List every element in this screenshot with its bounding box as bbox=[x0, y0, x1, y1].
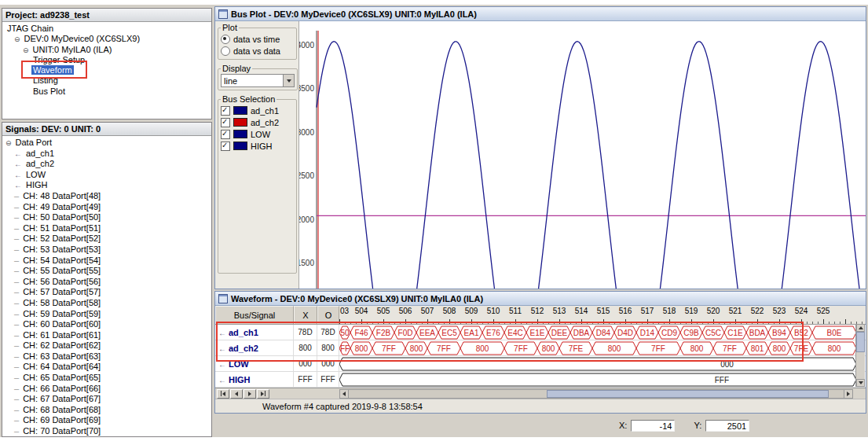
signal-row-low[interactable]: LOW000000000 bbox=[215, 356, 866, 372]
y-tick-label: 3000 bbox=[299, 128, 314, 137]
signal-name-label: ad_ch1 bbox=[229, 328, 258, 337]
bus-select-ad-ch2[interactable]: ad_ch2 bbox=[221, 116, 294, 128]
signal-item-ch-49-dataport-49[interactable]: CH: 49 DataPort[49] bbox=[2, 202, 211, 213]
channel-icon bbox=[14, 298, 21, 307]
signal-item-ch-63-dataport-63[interactable]: CH: 63 DataPort[63] bbox=[2, 351, 211, 362]
ruler-label: 507 bbox=[416, 307, 438, 315]
signal-item-high[interactable]: HIGH bbox=[2, 180, 211, 191]
tree-expand-icon[interactable] bbox=[23, 45, 31, 54]
scroll-down-button[interactable] bbox=[856, 379, 865, 387]
bus-values-canvas: 50F46F2BF0DEEAEC5EA1E76E4CE1EDEEDBAD84D4… bbox=[339, 325, 856, 340]
signal-item-ch-64-dataport-64[interactable]: CH: 64 DataPort[64] bbox=[2, 362, 211, 373]
waveform-title-bar[interactable]: Waveform - DEV:0 MyDevice0 (XC6SLX9) UNI… bbox=[215, 292, 866, 306]
checkbox-icon[interactable] bbox=[221, 106, 230, 116]
signal-name[interactable]: HIGH bbox=[215, 372, 294, 387]
signal-item-ch-70-dataport-70[interactable]: CH: 70 DataPort[70] bbox=[2, 426, 211, 437]
signal-item-ad-ch2[interactable]: ad_ch2 bbox=[2, 159, 211, 170]
checkbox-icon[interactable] bbox=[221, 118, 230, 127]
signal-item-ch-48-dataport-48[interactable]: CH: 48 DataPort[48] bbox=[2, 191, 211, 202]
scroll-left-button[interactable] bbox=[339, 389, 349, 399]
chipscope-analyzer-app: Project: ad9238_test JTAG ChainDEV:0 MyD… bbox=[0, 0, 868, 445]
signal-item-ch-58-dataport-58[interactable]: CH: 58 DataPort[58] bbox=[2, 298, 211, 309]
signal-item-low[interactable]: LOW bbox=[2, 170, 211, 181]
port-icon bbox=[14, 170, 24, 179]
time-ruler[interactable]: 0350450550650750850951051151251351451551… bbox=[339, 306, 866, 324]
bus-value-text: EA1 bbox=[464, 329, 479, 337]
signal-item-ch-60-dataport-60[interactable]: CH: 60 DataPort[60] bbox=[2, 319, 211, 330]
ruler-major-ticks bbox=[339, 319, 866, 324]
bus-plot-title-bar[interactable]: Bus Plot - DEV:0 MyDevice0 (XC6SLX9) UNI… bbox=[215, 7, 866, 21]
arrow-right-icon bbox=[261, 392, 264, 396]
display-type-dropdown[interactable]: line bbox=[221, 74, 295, 87]
project-item-unit-0-myila0-ila[interactable]: UNIT:0 MyILA0 (ILA) bbox=[2, 45, 211, 55]
radio-option-data-vs-data[interactable]: data vs data bbox=[221, 45, 294, 57]
signal-item-ch-57-dataport-57[interactable]: CH: 57 DataPort[57] bbox=[2, 287, 211, 298]
nav-prev-button[interactable] bbox=[230, 389, 243, 399]
signal-item-ch-67-dataport-67[interactable]: CH: 67 DataPort[67] bbox=[2, 394, 211, 405]
radio-option-data-vs-time[interactable]: data vs time bbox=[221, 33, 294, 45]
y-tick-label: 3500 bbox=[299, 84, 314, 93]
bus-value-text: C1E bbox=[727, 329, 743, 337]
signal-item-ch-55-dataport-55[interactable]: CH: 55 DataPort[55] bbox=[2, 266, 211, 277]
signal-item-ch-62-dataport-62[interactable]: CH: 62 DataPort[62] bbox=[2, 340, 211, 351]
horizontal-scrollbar[interactable] bbox=[339, 389, 853, 399]
signal-item-ch-68-dataport-68[interactable]: CH: 68 DataPort[68] bbox=[2, 405, 211, 416]
signal-item-ch-54-dataport-54[interactable]: CH: 54 DataPort[54] bbox=[2, 256, 211, 267]
bus-value-text: B0E bbox=[827, 329, 842, 337]
signal-item-label: CH: 61 DataPort[61] bbox=[21, 330, 102, 340]
vertical-scrollbar[interactable] bbox=[855, 324, 865, 387]
signal-item-label: CH: 48 DataPort[48] bbox=[21, 191, 102, 200]
signal-item-ch-61-dataport-61[interactable]: CH: 61 DataPort[61] bbox=[2, 330, 211, 341]
bus-select-low[interactable]: LOW bbox=[221, 128, 294, 140]
project-item-listing[interactable]: Listing bbox=[2, 75, 211, 86]
scroll-up-button[interactable] bbox=[856, 324, 865, 332]
project-item-dev-0-mydevice0-xc6slx9[interactable]: DEV:0 MyDevice0 (XC6SLX9) bbox=[2, 34, 211, 44]
signal-name[interactable]: ad_ch2 bbox=[215, 340, 294, 355]
signal-row-high[interactable]: HIGHFFFFFFFFF bbox=[215, 372, 866, 388]
signal-item-ch-59-dataport-59[interactable]: CH: 59 DataPort[59] bbox=[2, 309, 211, 320]
signal-item-label: CH: 66 DataPort[66] bbox=[21, 384, 102, 393]
bus-select-high[interactable]: HIGH bbox=[221, 140, 294, 152]
signal-item-ch-66-dataport-66[interactable]: CH: 66 DataPort[66] bbox=[2, 384, 211, 395]
channel-icon bbox=[14, 319, 21, 329]
tree-expand-icon[interactable] bbox=[5, 138, 14, 147]
bus-select-ad-ch1[interactable]: ad_ch1 bbox=[221, 105, 294, 116]
channel-icon bbox=[14, 405, 21, 414]
scrollbar-thumb[interactable] bbox=[547, 390, 829, 398]
project-item-bus-plot[interactable]: Bus Plot bbox=[2, 86, 211, 97]
signal-item-ch-56-dataport-56[interactable]: CH: 56 DataPort[56] bbox=[2, 277, 211, 288]
signal-item-ch-50-dataport-50[interactable]: CH: 50 DataPort[50] bbox=[2, 212, 211, 223]
tree-expand-icon[interactable] bbox=[14, 34, 23, 43]
x-cursor-value: 78D bbox=[294, 325, 317, 340]
nav-first-button[interactable] bbox=[217, 389, 229, 399]
nav-last-button[interactable] bbox=[257, 389, 269, 399]
checkbox-icon[interactable] bbox=[221, 142, 230, 151]
radio-icon[interactable] bbox=[221, 35, 230, 44]
signal-item-ch-53-dataport-53[interactable]: CH: 53 DataPort[53] bbox=[2, 245, 211, 256]
ruler-labels: 0350450550650750850951051151251351451551… bbox=[339, 307, 866, 316]
bus-values: FF8007FF8007FF8007FF8007FE8007FF8007FF80… bbox=[339, 340, 866, 355]
signal-row-ad-ch2[interactable]: ad_ch2800800FF8007FF8007FF8007FF8007FE80… bbox=[215, 340, 866, 356]
signal-item-label: CH: 69 DataPort[69] bbox=[21, 415, 102, 425]
radio-icon[interactable] bbox=[221, 46, 230, 56]
signal-name[interactable]: ad_ch1 bbox=[215, 325, 294, 340]
signal-item-data-port[interactable]: Data Port bbox=[2, 138, 211, 149]
checkbox-icon[interactable] bbox=[221, 130, 230, 139]
scrollbar-thumb[interactable] bbox=[856, 332, 865, 352]
signal-item-ch-51-dataport-51[interactable]: CH: 51 DataPort[51] bbox=[2, 223, 211, 234]
signal-item-ad-ch1[interactable]: ad_ch1 bbox=[2, 149, 211, 160]
nav-next-button[interactable] bbox=[244, 389, 256, 399]
project-item-jtag-chain[interactable]: JTAG Chain bbox=[2, 24, 211, 34]
signal-item-ch-52-dataport-52[interactable]: CH: 52 DataPort[52] bbox=[2, 234, 211, 245]
signals-tree: Data Portad_ch1ad_ch2LOWHIGHCH: 48 DataP… bbox=[2, 136, 211, 437]
signal-item-ch-65-dataport-65[interactable]: CH: 65 DataPort[65] bbox=[2, 373, 211, 384]
dropdown-arrow-button[interactable] bbox=[283, 75, 294, 86]
bus-value-text: EC5 bbox=[441, 329, 457, 337]
signal-item-ch-69-dataport-69[interactable]: CH: 69 DataPort[69] bbox=[2, 415, 211, 426]
signal-row-ad-ch1[interactable]: ad_ch178D78D50F46F2BF0DEEAEC5EA1E76E4CE1… bbox=[215, 325, 866, 340]
scroll-right-button[interactable] bbox=[844, 389, 853, 399]
project-item-waveform[interactable]: Waveform bbox=[2, 65, 211, 75]
project-item-trigger-setup[interactable]: Trigger Setup bbox=[2, 55, 211, 65]
scrollbar-track[interactable] bbox=[349, 389, 844, 399]
signal-name[interactable]: LOW bbox=[215, 356, 294, 371]
